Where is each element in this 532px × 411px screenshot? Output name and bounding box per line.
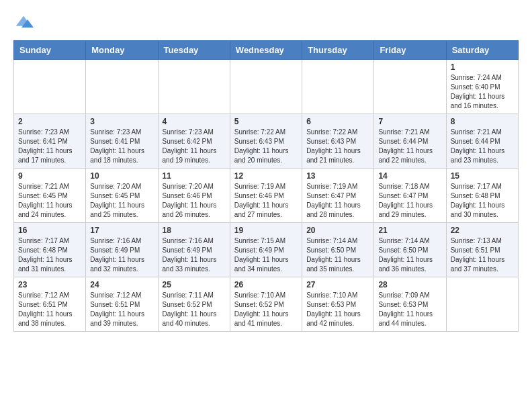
calendar-cell: 5Sunrise: 7:22 AMSunset: 6:43 PMDaylight… [230, 114, 302, 169]
calendar-cell: 10Sunrise: 7:20 AMSunset: 6:45 PMDayligh… [86, 169, 158, 223]
calendar-cell: 9Sunrise: 7:21 AMSunset: 6:45 PMDaylight… [14, 169, 86, 223]
calendar-week-2: 2Sunrise: 7:23 AMSunset: 6:41 PMDaylight… [14, 114, 519, 169]
day-number: 24 [90, 280, 153, 289]
day-info: Sunrise: 7:12 AMSunset: 6:51 PMDaylight:… [90, 291, 153, 328]
calendar-cell [86, 60, 158, 114]
day-number: 1 [451, 62, 514, 72]
calendar-cell: 13Sunrise: 7:19 AMSunset: 6:47 PMDayligh… [302, 169, 374, 223]
calendar-cell [158, 60, 230, 114]
calendar-cell: 11Sunrise: 7:20 AMSunset: 6:46 PMDayligh… [158, 169, 230, 223]
day-info: Sunrise: 7:17 AMSunset: 6:48 PMDaylight:… [451, 182, 514, 220]
calendar-cell: 17Sunrise: 7:16 AMSunset: 6:49 PMDayligh… [86, 223, 158, 277]
day-number: 11 [163, 171, 226, 181]
day-number: 14 [378, 171, 441, 181]
column-header-sunday: Sunday [14, 41, 86, 60]
logo [13, 13, 36, 34]
day-info: Sunrise: 7:21 AMSunset: 6:44 PMDaylight:… [451, 128, 514, 165]
day-info: Sunrise: 7:11 AMSunset: 6:52 PMDaylight:… [163, 291, 226, 328]
calendar-cell [374, 60, 446, 114]
calendar-cell: 26Sunrise: 7:10 AMSunset: 6:52 PMDayligh… [230, 277, 302, 332]
day-number: 27 [306, 280, 369, 289]
header [13, 13, 519, 34]
day-number: 20 [306, 226, 369, 235]
day-number: 21 [378, 226, 441, 235]
day-info: Sunrise: 7:18 AMSunset: 6:47 PMDaylight:… [378, 182, 441, 220]
calendar-cell: 25Sunrise: 7:11 AMSunset: 6:52 PMDayligh… [158, 277, 230, 332]
calendar-cell: 15Sunrise: 7:17 AMSunset: 6:48 PMDayligh… [446, 169, 518, 223]
day-number: 28 [378, 280, 441, 289]
day-number: 23 [18, 280, 81, 289]
calendar-cell: 19Sunrise: 7:15 AMSunset: 6:49 PMDayligh… [230, 223, 302, 277]
day-info: Sunrise: 7:23 AMSunset: 6:41 PMDaylight:… [18, 128, 81, 165]
day-number: 16 [18, 226, 81, 235]
calendar-cell: 24Sunrise: 7:12 AMSunset: 6:51 PMDayligh… [86, 277, 158, 332]
day-info: Sunrise: 7:23 AMSunset: 6:41 PMDaylight:… [90, 128, 153, 165]
calendar-header-row: SundayMondayTuesdayWednesdayThursdayFrid… [14, 41, 519, 60]
column-header-wednesday: Wednesday [230, 41, 302, 60]
day-info: Sunrise: 7:13 AMSunset: 6:51 PMDaylight:… [451, 236, 514, 274]
day-number: 2 [18, 117, 81, 126]
calendar-cell: 16Sunrise: 7:17 AMSunset: 6:48 PMDayligh… [14, 223, 86, 277]
calendar-cell: 20Sunrise: 7:14 AMSunset: 6:50 PMDayligh… [302, 223, 374, 277]
day-info: Sunrise: 7:10 AMSunset: 6:53 PMDaylight:… [306, 291, 369, 328]
day-info: Sunrise: 7:12 AMSunset: 6:51 PMDaylight:… [18, 291, 81, 328]
day-number: 9 [18, 171, 81, 181]
calendar-cell [14, 60, 86, 114]
day-number: 8 [451, 117, 514, 126]
calendar-cell: 12Sunrise: 7:19 AMSunset: 6:46 PMDayligh… [230, 169, 302, 223]
day-number: 19 [234, 226, 298, 235]
day-info: Sunrise: 7:17 AMSunset: 6:48 PMDaylight:… [18, 236, 81, 274]
day-info: Sunrise: 7:24 AMSunset: 6:40 PMDaylight:… [451, 73, 514, 111]
calendar-cell: 18Sunrise: 7:16 AMSunset: 6:49 PMDayligh… [158, 223, 230, 277]
calendar-cell: 7Sunrise: 7:21 AMSunset: 6:44 PMDaylight… [374, 114, 446, 169]
calendar-week-5: 23Sunrise: 7:12 AMSunset: 6:51 PMDayligh… [14, 277, 519, 332]
day-number: 7 [378, 117, 441, 126]
day-info: Sunrise: 7:20 AMSunset: 6:46 PMDaylight:… [163, 182, 226, 220]
calendar-cell: 8Sunrise: 7:21 AMSunset: 6:44 PMDaylight… [446, 114, 518, 169]
column-header-friday: Friday [374, 41, 446, 60]
calendar-cell: 6Sunrise: 7:22 AMSunset: 6:43 PMDaylight… [302, 114, 374, 169]
column-header-tuesday: Tuesday [158, 41, 230, 60]
calendar-cell: 4Sunrise: 7:23 AMSunset: 6:42 PMDaylight… [158, 114, 230, 169]
calendar-cell: 27Sunrise: 7:10 AMSunset: 6:53 PMDayligh… [302, 277, 374, 332]
day-info: Sunrise: 7:19 AMSunset: 6:47 PMDaylight:… [306, 182, 369, 220]
day-info: Sunrise: 7:09 AMSunset: 6:53 PMDaylight:… [378, 291, 441, 328]
day-info: Sunrise: 7:20 AMSunset: 6:45 PMDaylight:… [90, 182, 153, 220]
day-info: Sunrise: 7:15 AMSunset: 6:49 PMDaylight:… [234, 236, 298, 274]
day-info: Sunrise: 7:23 AMSunset: 6:42 PMDaylight:… [163, 128, 226, 165]
calendar-cell [446, 277, 518, 332]
calendar-cell: 23Sunrise: 7:12 AMSunset: 6:51 PMDayligh… [14, 277, 86, 332]
day-number: 3 [90, 117, 153, 126]
day-number: 6 [306, 117, 369, 126]
day-info: Sunrise: 7:21 AMSunset: 6:44 PMDaylight:… [378, 128, 441, 165]
logo-icon [13, 13, 34, 34]
day-info: Sunrise: 7:10 AMSunset: 6:52 PMDaylight:… [234, 291, 298, 328]
calendar-cell: 28Sunrise: 7:09 AMSunset: 6:53 PMDayligh… [374, 277, 446, 332]
day-info: Sunrise: 7:14 AMSunset: 6:50 PMDaylight:… [306, 236, 369, 274]
day-info: Sunrise: 7:14 AMSunset: 6:50 PMDaylight:… [378, 236, 441, 274]
day-number: 26 [234, 280, 298, 289]
column-header-monday: Monday [86, 41, 158, 60]
calendar-cell: 22Sunrise: 7:13 AMSunset: 6:51 PMDayligh… [446, 223, 518, 277]
calendar-week-4: 16Sunrise: 7:17 AMSunset: 6:48 PMDayligh… [14, 223, 519, 277]
calendar-cell: 3Sunrise: 7:23 AMSunset: 6:41 PMDaylight… [86, 114, 158, 169]
day-number: 4 [163, 117, 226, 126]
day-info: Sunrise: 7:16 AMSunset: 6:49 PMDaylight:… [163, 236, 226, 274]
calendar-week-1: 1Sunrise: 7:24 AMSunset: 6:40 PMDaylight… [14, 60, 519, 114]
calendar-cell [230, 60, 302, 114]
calendar-cell: 2Sunrise: 7:23 AMSunset: 6:41 PMDaylight… [14, 114, 86, 169]
column-header-saturday: Saturday [446, 41, 518, 60]
day-number: 12 [234, 171, 298, 181]
day-number: 13 [306, 171, 369, 181]
calendar-cell: 14Sunrise: 7:18 AMSunset: 6:47 PMDayligh… [374, 169, 446, 223]
day-info: Sunrise: 7:21 AMSunset: 6:45 PMDaylight:… [18, 182, 81, 220]
day-number: 18 [163, 226, 226, 235]
column-header-thursday: Thursday [302, 41, 374, 60]
calendar-week-3: 9Sunrise: 7:21 AMSunset: 6:45 PMDaylight… [14, 169, 519, 223]
day-number: 10 [90, 171, 153, 181]
day-number: 22 [451, 226, 514, 235]
day-number: 15 [451, 171, 514, 181]
day-info: Sunrise: 7:16 AMSunset: 6:49 PMDaylight:… [90, 236, 153, 274]
calendar: SundayMondayTuesdayWednesdayThursdayFrid… [13, 40, 519, 332]
day-info: Sunrise: 7:22 AMSunset: 6:43 PMDaylight:… [306, 128, 369, 165]
